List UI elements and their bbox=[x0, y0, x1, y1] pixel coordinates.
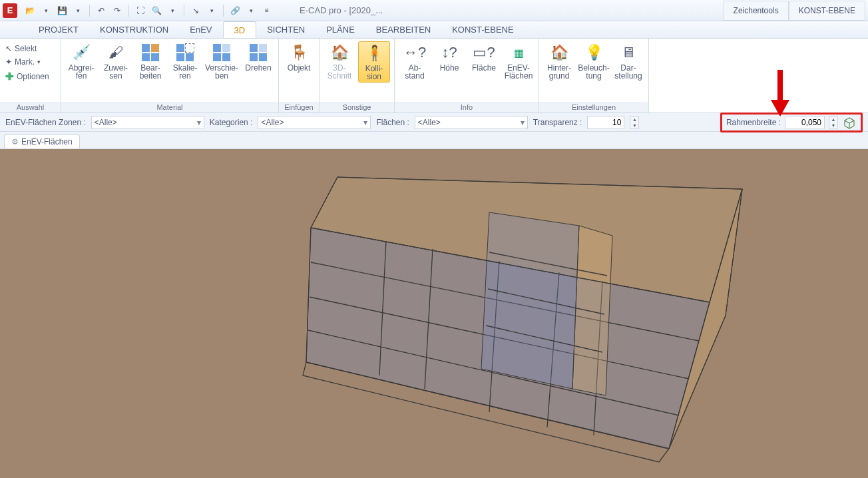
svg-marker-13 bbox=[572, 226, 612, 395]
rahmenbreite-spinner[interactable]: ▲▼ bbox=[829, 116, 838, 129]
tab-konst-ebene[interactable]: KONST-EBENE bbox=[441, 21, 524, 38]
tab-projekt[interactable]: PROJEKT bbox=[28, 21, 89, 38]
3d-viewport[interactable]: .edge{stroke:#3a3a3a;stroke-width:1.3;fi… bbox=[0, 149, 868, 478]
skalieren-button[interactable]: Skalie-ren bbox=[169, 41, 201, 81]
beleuchtung-button[interactable]: 💡Beleuch-tung bbox=[578, 41, 610, 81]
abgreifen-button[interactable]: 💉Abgrei-fen bbox=[65, 41, 97, 81]
svg-marker-12 bbox=[481, 212, 579, 389]
zonen-combo[interactable]: <Alle>▾ bbox=[91, 116, 204, 129]
plus-icon: ✚ bbox=[5, 71, 14, 83]
document-tabstrip: ⚙ EnEV-Flächen bbox=[0, 132, 868, 149]
flaechen-combo[interactable]: <Alle>▾ bbox=[415, 116, 528, 129]
mark-button[interactable]: ✦Mark.▾ bbox=[5, 57, 49, 67]
titlebar: E 📂 ▾ 💾 ▾ ↶ ↷ ⛶ 🔍 ▾ ↘ ▾ 🔗 ▾ ≡ E-CAD pro … bbox=[0, 0, 868, 21]
selekt-button[interactable]: ↖Selekt bbox=[5, 44, 49, 53]
cube-icon[interactable] bbox=[842, 115, 857, 130]
3d-schnitt-button[interactable]: 🏠3D-Schnitt bbox=[324, 41, 355, 81]
transparenz-input[interactable] bbox=[587, 116, 624, 129]
lighting-icon: 💡 bbox=[584, 43, 604, 63]
panel-label-auswahl: Auswahl bbox=[0, 102, 61, 113]
chevron-down-icon[interactable]: ▾ bbox=[40, 5, 52, 17]
svg-marker-21 bbox=[771, 100, 789, 117]
tab-3d[interactable]: 3D bbox=[223, 21, 257, 38]
open-icon[interactable]: 📂 bbox=[24, 5, 36, 17]
redo-icon[interactable]: ↷ bbox=[111, 5, 123, 17]
ribbon-tabs: PROJEKT KONSTRUKTION EnEV 3D SICHTEN PLÄ… bbox=[0, 21, 868, 39]
tab-enev[interactable]: EnEV bbox=[179, 21, 222, 38]
section-icon: 🏠 bbox=[329, 43, 349, 63]
chair-icon: 🪑 bbox=[289, 43, 309, 63]
tab-konstruktion[interactable]: KONSTRUKTION bbox=[89, 21, 179, 38]
darstellung-button[interactable]: 🖥Dar-stellung bbox=[612, 41, 644, 81]
chevron-down-icon[interactable]: ▾ bbox=[245, 5, 257, 17]
enev-flaechen-button[interactable]: ▦EnEV-Flächen bbox=[503, 41, 535, 81]
panel-label-info: Info bbox=[395, 102, 539, 113]
eyedropper-icon: 💉 bbox=[71, 43, 91, 63]
rotate-icon bbox=[248, 43, 268, 63]
collision-icon: 🧍 bbox=[364, 43, 384, 63]
overflow-icon[interactable]: ≡ bbox=[261, 5, 273, 17]
rahmenbreite-label: Rahmenbreite : bbox=[726, 118, 781, 127]
link-icon[interactable]: 🔗 bbox=[229, 5, 241, 17]
panel-label-einstellungen: Einstellungen bbox=[539, 102, 648, 113]
ribbon: ↖Selekt ✦Mark.▾ ✚Optionen Auswahl 💉Abgre… bbox=[0, 39, 868, 113]
doc-tab-enev-flaechen[interactable]: ⚙ EnEV-Flächen bbox=[4, 134, 80, 148]
chevron-down-icon[interactable]: ▾ bbox=[206, 5, 218, 17]
kategorien-combo[interactable]: <Alle>▾ bbox=[258, 116, 371, 129]
zuweisen-button[interactable]: 🖌Zuwei-sen bbox=[100, 41, 132, 81]
undo-icon[interactable]: ↶ bbox=[95, 5, 107, 17]
brush-icon: 🖌 bbox=[106, 43, 126, 63]
tab-plaene[interactable]: PLÄNE bbox=[316, 21, 365, 38]
objekt-button[interactable]: 🪑Objekt bbox=[283, 41, 315, 81]
kollision-button[interactable]: 🧍Kolli-sion bbox=[358, 41, 390, 83]
filter-toolbar: EnEV-Flächen Zonen : <Alle>▾ Kategorien … bbox=[0, 113, 868, 132]
flaechen-label: Flächen : bbox=[376, 118, 409, 127]
background-icon: 🏠 bbox=[549, 43, 569, 63]
scale-icon bbox=[175, 43, 195, 63]
edit-grid-icon bbox=[140, 43, 160, 63]
context-tab-konst-ebene[interactable]: KONST-EBENE bbox=[789, 1, 865, 21]
kategorien-label: Kategorien : bbox=[210, 118, 253, 127]
zonen-label: EnEV-Flächen Zonen : bbox=[5, 118, 86, 127]
window-title: E-CAD pro - [2020_... bbox=[300, 5, 383, 15]
height-icon: ↕? bbox=[439, 43, 459, 63]
verschieben-button[interactable]: Verschie-ben bbox=[204, 41, 240, 81]
display-icon: 🖥 bbox=[618, 43, 638, 63]
drehen-button[interactable]: Drehen bbox=[242, 41, 274, 73]
panel-label-einfuegen: Einfügen bbox=[279, 102, 319, 113]
chevron-down-icon[interactable]: ▾ bbox=[166, 5, 178, 17]
marker-icon: ✦ bbox=[5, 57, 12, 67]
area-icon: ▭? bbox=[474, 43, 494, 63]
distance-icon: ↔? bbox=[405, 43, 425, 63]
annotation-arrow bbox=[767, 67, 793, 119]
chevron-down-icon[interactable]: ▾ bbox=[72, 5, 84, 17]
fullscreen-icon[interactable]: ⛶ bbox=[134, 5, 146, 17]
gear-icon: ⚙ bbox=[11, 137, 19, 146]
context-tab-zeichentools[interactable]: Zeichentools bbox=[724, 1, 789, 21]
panel-label-material: Material bbox=[61, 102, 278, 113]
save-icon[interactable]: 💾 bbox=[56, 5, 68, 17]
bearbeiten-button[interactable]: Bear-beiten bbox=[134, 41, 166, 81]
tab-bearbeiten[interactable]: BEARBEITEN bbox=[365, 21, 441, 38]
abstand-button[interactable]: ↔?Ab-stand bbox=[399, 41, 431, 81]
tab-sichten[interactable]: SICHTEN bbox=[256, 21, 316, 38]
quick-access-toolbar: 📂 ▾ 💾 ▾ ↶ ↷ ⛶ 🔍 ▾ ↘ ▾ 🔗 ▾ ≡ bbox=[20, 5, 277, 17]
panel-label-sonstige: Sonstige bbox=[320, 102, 394, 113]
hintergrund-button[interactable]: 🏠Hinter-grund bbox=[543, 41, 575, 81]
zoom-icon[interactable]: 🔍 bbox=[150, 5, 162, 17]
enev-icon: ▦ bbox=[509, 43, 529, 63]
transparenz-spinner[interactable]: ▲▼ bbox=[630, 116, 639, 129]
hoehe-button[interactable]: ↕?Höhe bbox=[433, 41, 465, 81]
axis-icon[interactable]: ↘ bbox=[190, 5, 202, 17]
optionen-button[interactable]: ✚Optionen bbox=[5, 71, 49, 83]
transparenz-label: Transparenz : bbox=[533, 118, 582, 127]
app-icon[interactable]: E bbox=[3, 3, 17, 18]
flaeche-button[interactable]: ▭?Fläche bbox=[468, 41, 500, 81]
cursor-icon: ↖ bbox=[5, 44, 12, 53]
move-icon bbox=[212, 43, 232, 63]
